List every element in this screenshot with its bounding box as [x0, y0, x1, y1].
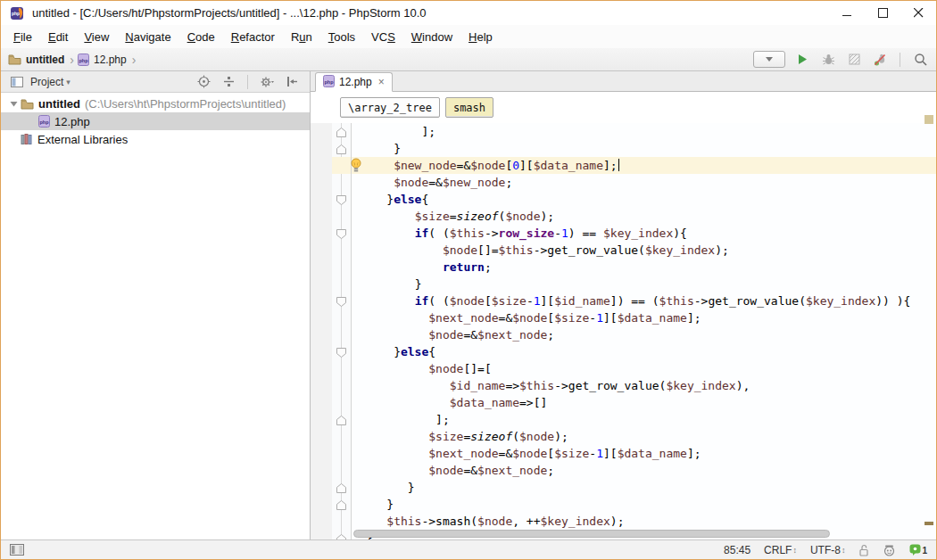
attach-debugger-icon[interactable] — [871, 51, 889, 69]
code-line[interactable]: }else{ — [359, 191, 936, 208]
fold-marker-down-icon[interactable] — [336, 346, 347, 362]
code-line[interactable]: $node=&$next_node; — [359, 326, 936, 343]
menu-code[interactable]: Code — [179, 27, 223, 47]
fold-marker-down-icon[interactable] — [336, 227, 347, 243]
caret-position-status[interactable]: 85:45 — [724, 544, 750, 556]
code-editor[interactable]: ]; } $new_node=&$node[0][$data_name]; $n… — [352, 123, 936, 539]
fold-marker-up-icon[interactable] — [336, 532, 347, 539]
code-line[interactable]: ]; — [359, 411, 936, 428]
menu-tools[interactable]: Tools — [320, 27, 363, 47]
panel-header-separator — [247, 75, 248, 89]
tree-item-12-php[interactable]: php12.php — [1, 112, 310, 130]
tab-label: 12.php — [339, 76, 372, 88]
project-panel-title[interactable]: Project — [30, 76, 63, 88]
tree-item-external-libraries[interactable]: External Libraries — [1, 130, 310, 148]
status-bar: 85:45 CRLF↕ UTF-8↕ 1 — [1, 539, 936, 559]
tab-close-icon[interactable]: × — [378, 76, 385, 88]
scrollbar-stripe-mark[interactable] — [925, 115, 933, 124]
svg-text:php: php — [325, 78, 335, 84]
code-line[interactable]: if( ($node[$size-1][$id_name]) == ($this… — [359, 292, 936, 309]
navigation-bar: untitled›php12.php› — [1, 48, 936, 71]
code-line[interactable]: ]; — [359, 123, 936, 140]
code-line[interactable]: } — [359, 276, 936, 292]
fold-marker-up-icon[interactable] — [336, 482, 347, 498]
code-line[interactable]: $id_name=>$this->get_row_value($key_inde… — [359, 377, 936, 394]
code-line[interactable]: $size=sizeof($node); — [359, 428, 936, 445]
breadcrumb-chip-smash[interactable]: smash — [445, 97, 493, 118]
run-configuration-dropdown[interactable] — [753, 51, 785, 68]
hector-inspector-icon[interactable] — [883, 544, 896, 556]
code-line[interactable]: } — [359, 479, 936, 496]
fold-marker-up-icon[interactable] — [336, 126, 347, 142]
toggle-toolwindows-icon[interactable] — [8, 541, 26, 559]
menu-window[interactable]: Window — [403, 27, 460, 47]
code-line[interactable]: return; — [359, 259, 936, 276]
event-log-notification[interactable]: 1 — [909, 544, 927, 556]
code-line[interactable]: $next_node=&$node[$size-1][$data_name]; — [359, 309, 936, 326]
maximize-button[interactable] — [865, 1, 900, 25]
menu-edit[interactable]: Edit — [40, 27, 76, 47]
fold-marker-down-icon[interactable] — [336, 295, 347, 311]
unlocked-icon[interactable] — [858, 544, 869, 556]
code-line[interactable]: $size=sizeof($node); — [359, 208, 936, 225]
intention-lightbulb-icon[interactable] — [350, 158, 362, 177]
run-icon[interactable] — [793, 51, 811, 69]
editor-area: php 12.php × \array_2_treesmash ]; } $ne… — [311, 71, 936, 539]
text-caret — [618, 159, 620, 171]
menu-vcs[interactable]: VCS — [363, 27, 403, 47]
run-with-coverage-icon[interactable] — [845, 51, 863, 69]
notification-count: 1 — [922, 546, 927, 556]
menu-file[interactable]: File — [5, 27, 40, 47]
code-line[interactable]: $node=&$new_node; — [359, 174, 936, 191]
tree-item-label: untitled — [38, 97, 80, 111]
tree-item-label: External Libraries — [37, 133, 128, 146]
code-line[interactable]: }else{ — [359, 343, 936, 360]
minimize-button[interactable] — [829, 1, 865, 25]
search-everywhere-icon[interactable] — [911, 51, 929, 69]
gear-settings-icon[interactable] — [258, 73, 276, 91]
phpstorm-window: php untitled - [C:/Users/ht/PhpstormProj… — [0, 0, 937, 560]
code-line[interactable]: $node=&$next_node; — [359, 462, 936, 479]
caret-line-gutter-band — [332, 157, 351, 174]
close-button[interactable] — [900, 1, 936, 25]
editor-breadcrumbs: \array_2_treesmash — [311, 92, 936, 123]
expander-arrow-icon[interactable] — [6, 100, 21, 108]
menu-refactor[interactable]: Refactor — [223, 27, 283, 47]
locate-file-icon[interactable] — [195, 73, 212, 91]
project-view-dropdown-icon[interactable]: ▾ — [66, 78, 70, 86]
phpstorm-logo-icon: php — [8, 4, 26, 22]
horizontal-scrollbar[interactable] — [353, 530, 830, 538]
fold-marker-up-icon[interactable] — [336, 414, 347, 430]
code-line[interactable]: $this->smash($node, ++$key_index); — [359, 513, 936, 530]
fold-marker-down-icon[interactable] — [336, 194, 347, 210]
code-line[interactable]: if( ($this->row_size-1) == $key_index){ — [359, 225, 936, 242]
nav-crumb-untitled[interactable]: untitled — [8, 54, 66, 66]
code-line-current[interactable]: $new_node=&$node[0][$data_name]; — [352, 157, 936, 174]
code-line[interactable]: } — [359, 140, 936, 157]
collapse-all-icon[interactable] — [220, 73, 237, 91]
php-file-icon: php — [38, 115, 50, 128]
code-line[interactable]: } — [359, 496, 936, 513]
fold-marker-up-icon[interactable] — [336, 498, 347, 515]
toolbar-separator — [900, 53, 900, 67]
menu-view[interactable]: View — [76, 27, 117, 47]
encoding-status[interactable]: UTF-8↕ — [810, 544, 846, 556]
menu-run[interactable]: Run — [283, 27, 320, 47]
window-controls — [829, 1, 936, 25]
svg-text:php: php — [40, 119, 50, 125]
code-line[interactable]: $next_node=&$node[$size-1][$data_name]; — [359, 445, 936, 462]
scrollbar-stripe-mark[interactable] — [925, 522, 933, 525]
nav-crumb-12-php[interactable]: php12.php — [78, 54, 129, 66]
breadcrumb-chip-array-2-tree[interactable]: \array_2_tree — [340, 97, 440, 118]
tab-12-php[interactable]: php 12.php × — [315, 72, 393, 92]
code-line[interactable]: $data_name=>[] — [359, 394, 936, 411]
menu-help[interactable]: Help — [460, 27, 501, 47]
tree-item-untitled[interactable]: untitled(C:\Users\ht\PhpstormProjects\un… — [1, 95, 310, 112]
hide-panel-icon[interactable] — [283, 73, 301, 91]
code-line[interactable]: $node[]=[ — [359, 360, 936, 377]
editor-gutter[interactable] — [311, 123, 352, 539]
debug-icon[interactable] — [819, 51, 837, 69]
line-separator-status[interactable]: CRLF↕ — [764, 544, 797, 556]
menu-navigate[interactable]: Navigate — [117, 27, 178, 47]
code-line[interactable]: $node[]=$this->get_row_value($key_index)… — [359, 242, 936, 259]
